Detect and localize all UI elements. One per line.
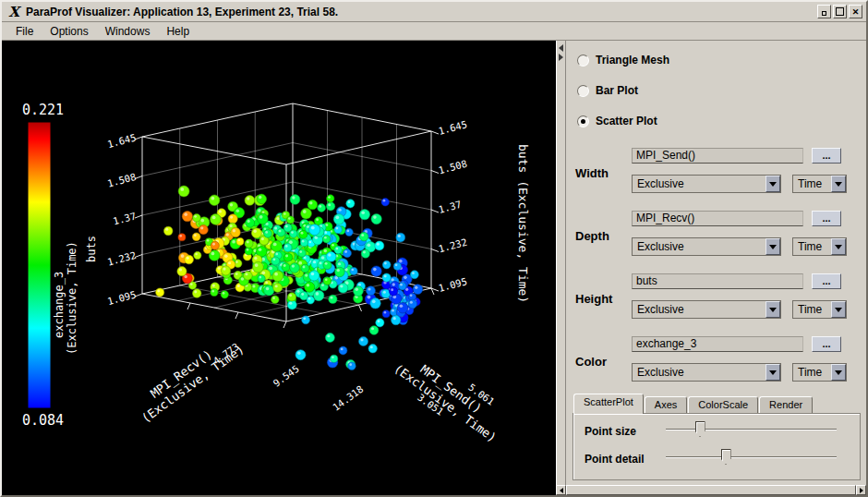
tab-colorscale[interactable]: ColorScale — [688, 396, 758, 414]
tab-scatterplot[interactable]: ScatterPlot — [573, 394, 644, 414]
height-field[interactable]: buts — [632, 273, 803, 289]
slider-track — [666, 429, 837, 430]
colorbar-max-label: 0.221 — [22, 102, 64, 118]
control-panel: Triangle Mesh Bar Plot Scatter Plot Widt… — [566, 41, 866, 485]
tab-content-panel: Point size Point detail — [573, 413, 861, 480]
divider-collapse-right-button[interactable] — [559, 54, 565, 61]
recv-tick: 14.318 — [331, 383, 366, 413]
depth-unit-select[interactable]: Time — [792, 237, 847, 256]
maximize-button[interactable] — [833, 5, 847, 18]
height-tick: 1.645 — [437, 118, 468, 137]
height-tick: 1.232 — [106, 249, 138, 268]
radio-button-icon — [577, 115, 589, 127]
color-unit-select[interactable]: Time — [792, 363, 847, 382]
radio-button-icon — [577, 55, 589, 67]
radio-label: Scatter Plot — [596, 115, 657, 127]
colorbar-min-label: 0.084 — [22, 412, 64, 429]
menu-item-help[interactable]: Help — [158, 23, 198, 40]
width-unit-select[interactable]: Time — [792, 175, 847, 193]
chevron-down-icon[interactable] — [766, 176, 780, 192]
chevron-down-icon[interactable] — [831, 238, 846, 255]
depth-label: Depth — [575, 229, 629, 243]
colorbar-function-label: exchange_3 — [53, 272, 66, 338]
point-size-label: Point size — [585, 425, 636, 438]
recv-tick: 9.545 — [271, 363, 301, 389]
menu-item-windows[interactable]: Windows — [97, 23, 159, 40]
height-tick: 1.095 — [437, 275, 468, 294]
divider-collapse-left-button[interactable] — [559, 44, 565, 52]
triangle-right-icon — [860, 488, 863, 493]
radio-bar-plot[interactable]: Bar Plot — [577, 83, 638, 98]
chevron-down-icon[interactable] — [831, 301, 846, 318]
depth-metric-select[interactable]: Exclusive — [632, 237, 781, 256]
slider-track — [666, 456, 837, 458]
chevron-down-icon[interactable] — [766, 301, 780, 318]
height-axis-left-label: buts — [85, 236, 98, 262]
height-tick: 1.37 — [437, 199, 463, 215]
tab-axes[interactable]: Axes — [645, 396, 687, 414]
height-unit-select[interactable]: Time — [792, 300, 847, 319]
horizontal-scrollbar[interactable] — [556, 485, 866, 495]
chevron-down-icon[interactable] — [831, 364, 846, 381]
scrollbar-thumb[interactable] — [566, 485, 856, 495]
height-tick: 1.508 — [106, 171, 138, 189]
point-detail-label: Point detail — [585, 453, 645, 466]
triangle-left-icon — [560, 488, 563, 493]
radio-scatter-plot[interactable]: Scatter Plot — [577, 114, 657, 128]
chevron-down-icon[interactable] — [766, 238, 780, 255]
colorbar-metric-label: (Exclusive, Time) — [66, 241, 78, 355]
height-axis-right-label: buts (Exclusive, Time) — [516, 144, 530, 303]
point-size-slider[interactable] — [666, 421, 837, 438]
height-tick: 1.508 — [437, 158, 468, 176]
height-browse-button[interactable]: ... — [812, 273, 841, 289]
depth-field[interactable]: MPI_Recv() — [632, 211, 803, 226]
radio-button-icon — [577, 85, 589, 97]
scroll-right-button[interactable] — [856, 485, 866, 495]
point-detail-slider[interactable] — [666, 449, 837, 466]
color-browse-button[interactable]: ... — [812, 336, 841, 352]
splitpane-divider[interactable] — [556, 41, 566, 485]
width-metric-select[interactable]: Exclusive — [632, 175, 781, 193]
menu-item-options[interactable]: Options — [42, 23, 96, 40]
depth-browse-button[interactable]: ... — [812, 211, 841, 226]
height-tick: 1.645 — [106, 131, 138, 150]
minimize-icon — [822, 11, 826, 16]
height-tick: 1.232 — [437, 236, 468, 255]
color-label: Color — [575, 355, 629, 369]
color-field[interactable]: exchange_3 — [632, 336, 803, 352]
point-size-slider-thumb[interactable] — [695, 421, 705, 437]
chevron-down-icon[interactable] — [831, 176, 846, 192]
minimize-button[interactable] — [817, 5, 831, 18]
scatter-plot-canvas[interactable]: 0.221 0.084 exchange_3 (Exclusive, Time)… — [2, 41, 556, 495]
close-icon: ✕ — [852, 7, 860, 17]
width-label: Width — [575, 166, 629, 180]
width-browse-button[interactable]: ... — [812, 148, 841, 164]
app-window: X ParaProf Visualizer: Application 13, E… — [0, 0, 868, 497]
radio-label: Triangle Mesh — [596, 54, 669, 67]
triangle-right-icon — [559, 54, 563, 61]
scroll-left-button[interactable] — [556, 485, 566, 495]
maximize-icon — [836, 7, 844, 16]
height-metric-select[interactable]: Exclusive — [632, 300, 781, 319]
width-field[interactable]: MPI_Send() — [632, 148, 803, 164]
chevron-down-icon[interactable] — [766, 364, 780, 381]
window-title: ParaProf Visualizer: Application 13, Exp… — [26, 6, 817, 18]
height-tick: 1.095 — [106, 288, 138, 307]
point-detail-slider-thumb[interactable] — [721, 449, 731, 465]
color-metric-select[interactable]: Exclusive — [632, 363, 781, 382]
radio-label: Bar Plot — [596, 84, 638, 97]
tab-render[interactable]: Render — [759, 396, 813, 414]
radio-triangle-mesh[interactable]: Triangle Mesh — [577, 53, 669, 67]
menu-item-file[interactable]: File — [7, 23, 42, 40]
height-tick: 1.37 — [112, 210, 138, 226]
tab-strip: ScatterPlot Axes ColorScale Render — [573, 394, 814, 414]
app-icon: X — [6, 4, 22, 20]
close-button[interactable]: ✕ — [849, 5, 862, 18]
titlebar[interactable]: X ParaProf Visualizer: Application 13, E… — [2, 2, 866, 22]
colorbar — [28, 122, 51, 408]
height-label: Height — [575, 292, 629, 306]
menubar: File Options Windows Help — [2, 22, 866, 41]
triangle-left-icon — [559, 44, 563, 52]
